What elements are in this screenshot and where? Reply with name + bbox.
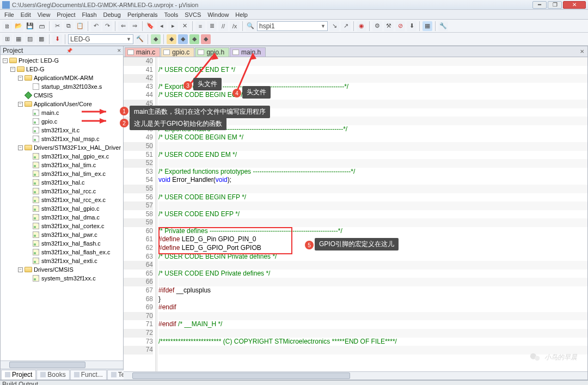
- open-file-icon[interactable]: 📂: [14, 21, 23, 31]
- tree-item[interactable]: stm32f1xx_hal_gpio_ex.c: [1, 152, 123, 161]
- indent-icon[interactable]: ≡: [195, 21, 205, 31]
- minimize-button[interactable]: ━: [532, 1, 547, 9]
- build-icon[interactable]: ⚙: [372, 21, 382, 31]
- build-output-header[interactable]: Build Output: [0, 380, 588, 385]
- copy-icon[interactable]: ⧉: [64, 21, 74, 31]
- tree-item[interactable]: −Project: LED-G: [1, 56, 123, 65]
- tree-item[interactable]: stm32f1xx_hal_pwr.c: [1, 230, 123, 239]
- pack-red-icon[interactable]: ◆: [201, 34, 211, 44]
- tree-item[interactable]: −Drivers/STM32F1xx_HAL_Driver: [1, 143, 123, 152]
- paste-icon[interactable]: 📋: [75, 21, 85, 31]
- tree-item[interactable]: stm32f1xx_hal_rcc.c: [1, 187, 123, 195]
- bookmark-icon[interactable]: 🔖: [145, 21, 155, 31]
- menu-help[interactable]: Help: [233, 11, 250, 18]
- nav-back-icon[interactable]: ⇐: [118, 21, 128, 31]
- tree-toggle-icon[interactable]: −: [10, 67, 15, 72]
- device-combo[interactable]: hspi1▼: [257, 21, 328, 31]
- menu-tools[interactable]: Tools: [162, 11, 181, 18]
- menu-window[interactable]: Window: [205, 11, 231, 18]
- pack-blue-icon[interactable]: ◆: [178, 34, 188, 44]
- build-target-icon[interactable]: ▦: [14, 34, 23, 44]
- panel-tab-funct...[interactable]: Funct...: [70, 370, 107, 380]
- tree-item[interactable]: gpio.c: [1, 117, 123, 126]
- file-tab-main-h[interactable]: main.h: [230, 47, 266, 57]
- debug-icon[interactable]: ◉: [357, 21, 366, 31]
- close-button[interactable]: ✕: [563, 1, 586, 9]
- file-tab-main-c[interactable]: main.c: [125, 47, 160, 57]
- download-icon[interactable]: ⬇: [407, 21, 416, 31]
- panel-pin-icon[interactable]: 📌: [66, 48, 72, 53]
- tree-item[interactable]: stm32f1xx_hal.c: [1, 178, 123, 187]
- tree-item[interactable]: stm32f1xx_hal_msp.c: [1, 135, 123, 143]
- file-tab-gpio-h[interactable]: gpio.h: [195, 47, 229, 57]
- project-hscrollbar[interactable]: [1, 360, 123, 369]
- tree-item[interactable]: stm32f1xx_hal_rcc_ex.c: [1, 195, 123, 204]
- rebuild-icon[interactable]: ⚒: [384, 21, 394, 31]
- batch-build-icon[interactable]: ▩: [36, 34, 46, 44]
- tree-toggle-icon[interactable]: −: [18, 102, 23, 107]
- download-flash-icon[interactable]: ⬇: [52, 34, 62, 44]
- config-icon[interactable]: ▦: [422, 21, 432, 31]
- undo-icon[interactable]: ↶: [91, 21, 101, 31]
- cut-icon[interactable]: ✂: [52, 21, 62, 31]
- tree-toggle-icon[interactable]: −: [18, 267, 23, 272]
- tree-item[interactable]: stm32f1xx_hal_dma.c: [1, 213, 123, 222]
- menu-edit[interactable]: Edit: [19, 11, 33, 18]
- stop-build-icon[interactable]: ⊘: [395, 21, 405, 31]
- project-tree[interactable]: −Project: LED-G−LED-G−Application/MDK-AR…: [1, 55, 123, 360]
- translate-icon[interactable]: ⊞: [2, 34, 12, 44]
- bookmark-next-icon[interactable]: ▸: [168, 21, 178, 31]
- bookmark-clear-icon[interactable]: ✕: [180, 21, 189, 31]
- tree-item[interactable]: −Drivers/CMSIS: [1, 265, 123, 274]
- tree-item[interactable]: stm32f1xx_it.c: [1, 126, 123, 135]
- tree-item[interactable]: stm32f1xx_hal_gpio.c: [1, 204, 123, 213]
- tree-item[interactable]: main.c: [1, 108, 123, 117]
- wrench-icon[interactable]: 🔧: [438, 21, 448, 31]
- redo-icon[interactable]: ↷: [102, 21, 112, 31]
- menu-debug[interactable]: Debug: [101, 11, 123, 18]
- menu-flash[interactable]: Flash: [80, 11, 99, 18]
- bookmark-prev-icon[interactable]: ◂: [157, 21, 167, 31]
- tree-toggle-icon[interactable]: −: [18, 76, 23, 81]
- find-prev-icon[interactable]: ↗: [341, 21, 351, 31]
- rebuild-all-icon[interactable]: ▨: [25, 34, 35, 44]
- tree-item[interactable]: stm32f1xx_hal_tim_ex.c: [1, 169, 123, 178]
- tree-item[interactable]: −Application/MDK-ARM: [1, 74, 123, 82]
- nav-fwd-icon[interactable]: ⇒: [130, 21, 139, 31]
- file-tab-gpio-c[interactable]: gpio.c: [161, 47, 194, 57]
- uncomment-icon[interactable]: /x: [230, 21, 240, 31]
- menu-file[interactable]: File: [2, 11, 16, 18]
- tree-toggle-icon[interactable]: −: [3, 58, 8, 63]
- menu-peripherals[interactable]: Peripherals: [125, 11, 160, 18]
- tree-item[interactable]: stm32f1xx_hal_flash.c: [1, 239, 123, 248]
- tree-item[interactable]: −Application/User/Core: [1, 100, 123, 108]
- code-view[interactable]: /* USER CODE END ET *//* Exported consta…: [157, 57, 587, 371]
- menu-project[interactable]: Project: [54, 11, 77, 18]
- editor-hscrollbar[interactable]: [124, 371, 587, 380]
- tree-item[interactable]: stm32f1xx_hal_exti.c: [1, 256, 123, 265]
- tree-item[interactable]: system_stm32f1xx.c: [1, 274, 123, 283]
- tree-item[interactable]: CMSIS: [1, 91, 123, 100]
- tab-close-icon[interactable]: ✕: [580, 48, 584, 54]
- maximize-button[interactable]: ❐: [548, 1, 562, 9]
- pack-yellow-icon[interactable]: ◆: [167, 34, 176, 44]
- tree-item[interactable]: startup_stm32f103xe.s: [1, 82, 123, 91]
- panel-tab-project[interactable]: Project: [1, 370, 36, 380]
- panel-close-icon[interactable]: ✕: [117, 48, 121, 53]
- outdent-icon[interactable]: ≣: [207, 21, 217, 31]
- save-all-icon[interactable]: 🗃: [36, 21, 46, 31]
- tree-item[interactable]: stm32f1xx_hal_cortex.c: [1, 222, 123, 230]
- comment-icon[interactable]: //: [218, 21, 228, 31]
- find-icon[interactable]: 🔍: [246, 21, 255, 31]
- tree-item[interactable]: stm32f1xx_hal_flash_ex.c: [1, 248, 123, 256]
- new-file-icon[interactable]: 🗎: [2, 21, 12, 31]
- editor-body[interactable]: 4041424344454647484950515253545556575859…: [124, 57, 587, 371]
- tree-item[interactable]: stm32f1xx_hal_tim.c: [1, 161, 123, 169]
- menu-svcs[interactable]: SVCS: [182, 11, 203, 18]
- target-combo[interactable]: LED-G▼: [68, 34, 133, 44]
- tree-toggle-icon[interactable]: −: [18, 145, 23, 150]
- target-options-icon[interactable]: 🔨: [135, 34, 145, 44]
- find-next-icon[interactable]: ↘: [329, 21, 339, 31]
- panel-tab-books[interactable]: Books: [36, 370, 69, 380]
- tree-item[interactable]: −LED-G: [1, 65, 123, 74]
